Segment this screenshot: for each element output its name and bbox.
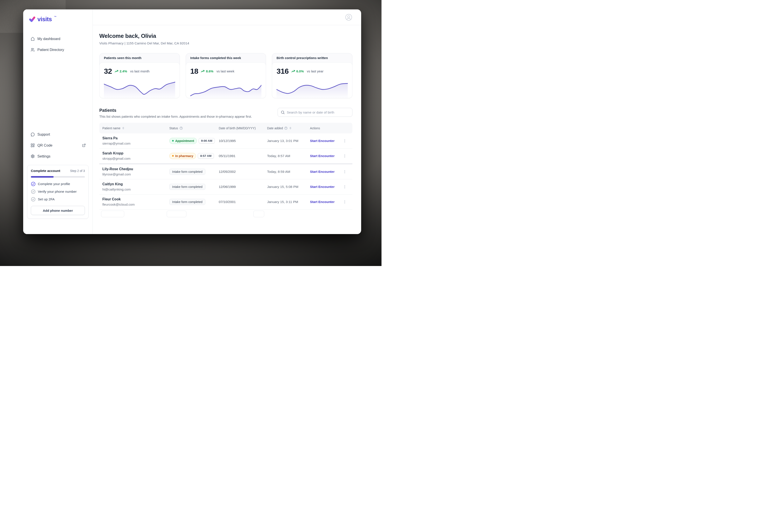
- stat-card-title: Birth control prescriptions written: [272, 53, 352, 62]
- account-progress-bar: [31, 176, 85, 178]
- date-added-cell: Today, 8:59 AM: [267, 170, 310, 174]
- actions-cell: Start Encounter: [310, 199, 352, 205]
- kebab-menu-icon[interactable]: [342, 138, 348, 144]
- status-dot-icon: [172, 140, 174, 142]
- partial-row-element: [167, 211, 186, 217]
- add-phone-number-button[interactable]: Add phone number: [31, 206, 85, 215]
- stat-compare-label: vs last year: [307, 69, 324, 73]
- stat-value: 316: [276, 67, 288, 75]
- table-body: Sierra Pa sierrap@ymail.com Appointment …: [99, 134, 352, 210]
- stat-delta: 2.4%: [115, 69, 127, 73]
- stat-card: Intake forms completed this week 18 8.6%…: [186, 53, 266, 98]
- sort-icon: [289, 127, 292, 130]
- sidebar-item-support[interactable]: Support: [27, 130, 89, 139]
- start-encounter-button[interactable]: Start Encounter: [310, 139, 335, 143]
- table-row: Sarah Kropp skropp@gmail.com In pharmacy…: [99, 149, 352, 164]
- start-encounter-button[interactable]: Start Encounter: [310, 200, 335, 204]
- qr-code-icon: [30, 143, 35, 148]
- start-encounter-button[interactable]: Start Encounter: [310, 154, 335, 158]
- stat-card-title: Patients seen this month: [100, 53, 179, 62]
- stat-card: Patients seen this month 32 2.4% vs last…: [99, 53, 180, 98]
- user-avatar-icon[interactable]: [345, 14, 352, 21]
- status-cell: Intake form completed: [169, 199, 219, 205]
- actions-cell: Start Encounter: [310, 169, 352, 174]
- stat-value-row: 32 2.4% vs last month: [104, 67, 175, 75]
- table-row: Caitlyn King hi@caitlynking.com Intake f…: [99, 179, 352, 194]
- column-header-status[interactable]: Status: [169, 127, 219, 130]
- actions-cell: Start Encounter: [310, 138, 352, 144]
- check-circle-icon: [31, 189, 36, 194]
- search-input[interactable]: [287, 110, 349, 114]
- stat-compare-label: vs last week: [217, 69, 235, 73]
- status-badge: Appointment: [169, 138, 197, 144]
- partial-row-element: [101, 211, 124, 217]
- stat-card-title: Intake forms completed this week: [186, 53, 266, 62]
- sidebar-item-qr-code[interactable]: QR Code: [27, 141, 89, 150]
- sidebar-item-my-dashboard[interactable]: My dashboard: [27, 34, 89, 44]
- kebab-menu-icon[interactable]: [342, 169, 348, 174]
- patient-name-cell: Fleur Cook fleurcook@icloud.com: [99, 197, 169, 206]
- status-badge: Intake form completed: [169, 184, 205, 190]
- help-circle-icon: [284, 127, 288, 130]
- kebab-menu-icon[interactable]: [342, 199, 348, 205]
- dob-cell: 12/05/2002: [219, 170, 267, 174]
- account-card-title: Complete account: [31, 169, 60, 173]
- sidebar-item-settings[interactable]: Settings: [27, 152, 89, 161]
- partial-row-element: [253, 211, 264, 217]
- checklist-item-label: Complete your profile: [38, 182, 70, 186]
- status-badge: In pharmacy: [169, 153, 196, 159]
- checklist-item-label: Set up 2FA: [38, 197, 55, 201]
- trend-up-icon: [115, 70, 118, 73]
- column-label: Status: [169, 127, 178, 130]
- date-added-cell: January 15, 3:11 PM: [267, 200, 310, 204]
- sparkline-chart: [104, 79, 175, 98]
- dob-cell: 10/12/1995: [219, 139, 267, 143]
- kebab-menu-icon[interactable]: [342, 153, 348, 159]
- sidebar-item-label: My dashboard: [38, 37, 60, 41]
- check-circle-icon: [31, 197, 36, 202]
- checklist-item: Complete your profile: [31, 181, 85, 186]
- column-label: Actions: [310, 127, 320, 130]
- stat-value-row: 18 8.6% vs last week: [190, 67, 262, 75]
- sidebar-item-label: QR Code: [38, 143, 53, 148]
- search-icon: [281, 110, 285, 114]
- complete-account-card: Complete account Step 2 of 3 Complete yo…: [27, 165, 89, 219]
- patient-name-cell: Sierra Pa sierrap@ymail.com: [99, 136, 169, 145]
- patient-name: Fleur Cook: [102, 197, 169, 201]
- table-row: Fleur Cook fleurcook@icloud.com Intake f…: [99, 194, 352, 210]
- desktop-background: visits ™ My dashboard Patient Directory …: [0, 0, 382, 266]
- sidebar-spacer: [27, 54, 89, 130]
- kebab-menu-icon[interactable]: [342, 184, 348, 190]
- sidebar-item-patient-directory[interactable]: Patient Directory: [27, 45, 89, 54]
- start-encounter-button[interactable]: Start Encounter: [310, 170, 335, 173]
- column-header-actions: Actions: [310, 127, 352, 130]
- date-added-cell: Today, 8:57 AM: [267, 154, 310, 158]
- date-added-cell: January 15, 5:08 PM: [267, 185, 310, 189]
- gear-icon: [30, 154, 35, 159]
- patient-name: Lily-Rose Chedjou: [102, 167, 169, 171]
- patient-email: lilyrose@gmail.com: [102, 172, 169, 176]
- status-cell: Intake form completed: [169, 169, 219, 175]
- start-encounter-button[interactable]: Start Encounter: [310, 185, 335, 188]
- brand-name: visits: [38, 16, 52, 23]
- column-label: Patient name: [102, 127, 121, 130]
- sort-icon: [122, 127, 125, 130]
- stat-card-body: 18 8.6% vs last week: [186, 62, 266, 98]
- patient-search[interactable]: [277, 108, 352, 117]
- column-label: Date of birth (MM/DD/YYY): [219, 127, 256, 130]
- page-title: Welcome back, Olivia: [99, 33, 352, 39]
- status-dot-icon: [172, 155, 174, 157]
- trend-up-icon: [291, 70, 295, 73]
- status-cell: Appointment 9:00 AM: [169, 138, 219, 144]
- home-icon: [30, 37, 35, 41]
- checklist-item-label: Verify your phone number: [38, 190, 77, 194]
- sidebar-nav: My dashboard Patient Directory: [27, 34, 89, 54]
- sidebar-bottom-nav: Support QR Code Settings: [27, 130, 89, 161]
- stat-card-body: 32 2.4% vs last month: [99, 62, 180, 98]
- patient-email: sierrap@ymail.com: [102, 142, 169, 145]
- column-header-patient[interactable]: Patient name: [99, 127, 169, 130]
- stat-card-body: 316 6.0% vs last year: [272, 62, 352, 98]
- column-header-date[interactable]: Date added: [267, 127, 310, 130]
- app-window: visits ™ My dashboard Patient Directory …: [23, 9, 361, 234]
- check-circle-icon: [31, 181, 36, 186]
